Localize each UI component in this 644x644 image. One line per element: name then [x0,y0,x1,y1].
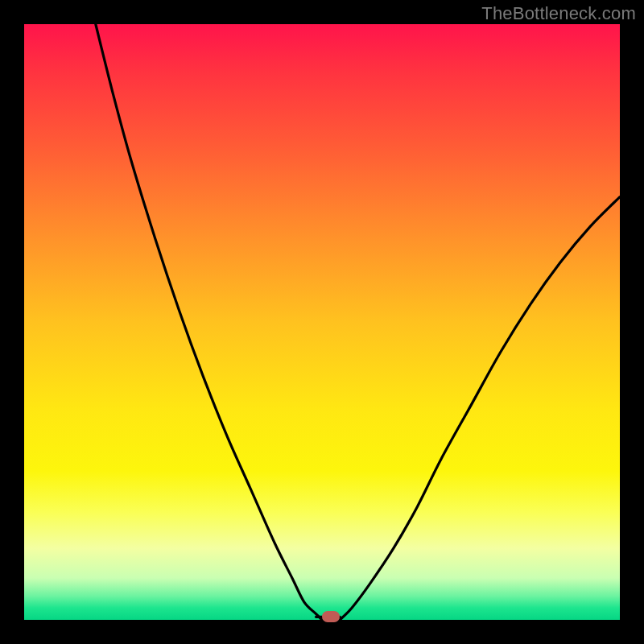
plot-area [24,24,620,620]
bottleneck-curve [24,24,620,620]
bottleneck-marker [322,611,340,622]
chart-frame: TheBottleneck.com [0,0,644,644]
watermark-text: TheBottleneck.com [481,3,636,24]
